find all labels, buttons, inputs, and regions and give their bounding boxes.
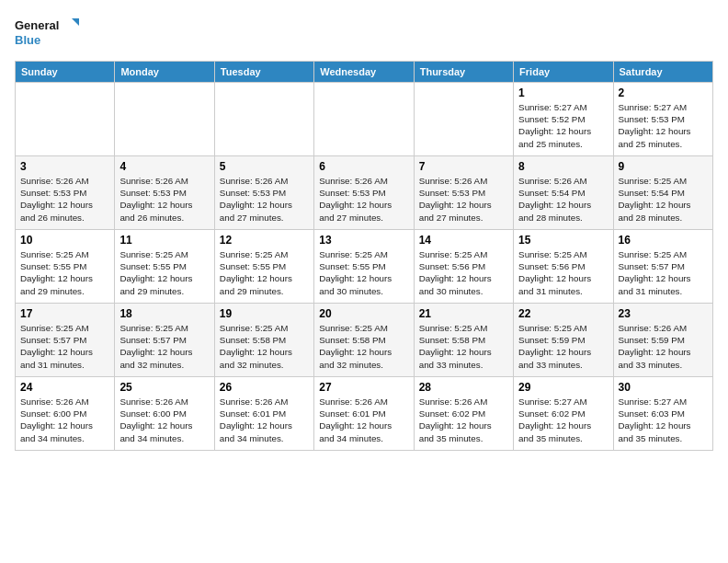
day-info: Sunrise: 5:25 AMSunset: 5:56 PMDaylight:…: [419, 248, 508, 297]
calendar-cell: 12Sunrise: 5:25 AMSunset: 5:55 PMDayligh…: [214, 230, 313, 304]
calendar-cell: 10Sunrise: 5:25 AMSunset: 5:55 PMDayligh…: [16, 230, 115, 304]
day-info: Sunrise: 5:26 AMSunset: 5:53 PMDaylight:…: [20, 175, 109, 224]
day-number: 9: [619, 160, 708, 173]
day-info: Sunrise: 5:26 AMSunset: 5:54 PMDaylight:…: [518, 175, 608, 224]
calendar-cell: 5Sunrise: 5:26 AMSunset: 5:53 PMDaylight…: [214, 156, 313, 230]
day-number: 8: [518, 160, 608, 173]
day-info: Sunrise: 5:27 AMSunset: 6:03 PMDaylight:…: [619, 396, 708, 444]
calendar-week-row: 1Sunrise: 5:27 AMSunset: 5:52 PMDaylight…: [16, 83, 713, 156]
day-number: 16: [619, 234, 708, 247]
day-number: 21: [419, 307, 508, 320]
day-info: Sunrise: 5:26 AMSunset: 6:02 PMDaylight:…: [419, 396, 508, 444]
day-number: 17: [20, 307, 109, 320]
day-info: Sunrise: 5:27 AMSunset: 6:02 PMDaylight:…: [518, 396, 608, 444]
day-number: 1: [518, 86, 608, 99]
day-info: Sunrise: 5:26 AMSunset: 6:01 PMDaylight:…: [319, 396, 408, 444]
calendar-cell: 8Sunrise: 5:26 AMSunset: 5:54 PMDaylight…: [514, 156, 613, 230]
day-info: Sunrise: 5:26 AMSunset: 5:53 PMDaylight:…: [319, 175, 408, 224]
calendar-week-row: 10Sunrise: 5:25 AMSunset: 5:55 PMDayligh…: [16, 230, 713, 304]
day-info: Sunrise: 5:25 AMSunset: 5:55 PMDaylight:…: [319, 248, 408, 297]
calendar-cell: 23Sunrise: 5:26 AMSunset: 5:59 PMDayligh…: [613, 304, 712, 377]
day-number: 13: [319, 234, 408, 247]
calendar-cell: 20Sunrise: 5:25 AMSunset: 5:58 PMDayligh…: [314, 304, 414, 377]
day-number: 23: [619, 307, 708, 320]
day-info: Sunrise: 5:25 AMSunset: 5:58 PMDaylight:…: [319, 322, 408, 371]
day-info: Sunrise: 5:25 AMSunset: 5:56 PMDaylight:…: [518, 248, 608, 297]
svg-text:Blue: Blue: [15, 33, 40, 47]
calendar-header-row: SundayMondayTuesdayWednesdayThursdayFrid…: [16, 62, 713, 83]
day-number: 28: [419, 381, 508, 394]
calendar-cell: 7Sunrise: 5:26 AMSunset: 5:53 PMDaylight…: [414, 156, 513, 230]
calendar-cell: [214, 83, 313, 156]
day-info: Sunrise: 5:26 AMSunset: 5:53 PMDaylight:…: [119, 175, 209, 224]
calendar-table: SundayMondayTuesdayWednesdayThursdayFrid…: [15, 61, 713, 451]
day-number: 18: [119, 307, 209, 320]
day-number: 30: [619, 381, 708, 394]
calendar-cell: 15Sunrise: 5:25 AMSunset: 5:56 PMDayligh…: [514, 230, 613, 304]
calendar-cell: 30Sunrise: 5:27 AMSunset: 6:03 PMDayligh…: [613, 377, 712, 451]
col-header-sunday: Sunday: [16, 62, 115, 83]
calendar-cell: 6Sunrise: 5:26 AMSunset: 5:53 PMDaylight…: [314, 156, 414, 230]
calendar-cell: 17Sunrise: 5:25 AMSunset: 5:57 PMDayligh…: [16, 304, 115, 377]
calendar-cell: 21Sunrise: 5:25 AMSunset: 5:58 PMDayligh…: [414, 304, 513, 377]
calendar-cell: 22Sunrise: 5:25 AMSunset: 5:59 PMDayligh…: [514, 304, 613, 377]
day-info: Sunrise: 5:27 AMSunset: 5:52 PMDaylight:…: [518, 101, 608, 150]
day-info: Sunrise: 5:26 AMSunset: 5:59 PMDaylight:…: [619, 322, 708, 371]
col-header-friday: Friday: [514, 62, 613, 83]
day-number: 10: [20, 234, 109, 247]
calendar-cell: [314, 83, 414, 156]
calendar-cell: 16Sunrise: 5:25 AMSunset: 5:57 PMDayligh…: [613, 230, 712, 304]
calendar-cell: 1Sunrise: 5:27 AMSunset: 5:52 PMDaylight…: [514, 83, 613, 156]
day-info: Sunrise: 5:25 AMSunset: 5:55 PMDaylight:…: [220, 248, 309, 297]
logo-svg: General Blue: [15, 15, 79, 50]
calendar-cell: 4Sunrise: 5:26 AMSunset: 5:53 PMDaylight…: [115, 156, 214, 230]
calendar-cell: [16, 83, 115, 156]
calendar-cell: 2Sunrise: 5:27 AMSunset: 5:53 PMDaylight…: [613, 83, 712, 156]
day-number: 24: [20, 381, 109, 394]
calendar-week-row: 17Sunrise: 5:25 AMSunset: 5:57 PMDayligh…: [16, 304, 713, 377]
day-number: 29: [518, 381, 608, 394]
day-number: 20: [319, 307, 408, 320]
day-number: 4: [119, 160, 209, 173]
calendar-cell: 11Sunrise: 5:25 AMSunset: 5:55 PMDayligh…: [115, 230, 214, 304]
day-info: Sunrise: 5:25 AMSunset: 5:55 PMDaylight:…: [20, 248, 109, 297]
calendar-cell: 3Sunrise: 5:26 AMSunset: 5:53 PMDaylight…: [16, 156, 115, 230]
svg-marker-2: [72, 18, 79, 26]
calendar-cell: 28Sunrise: 5:26 AMSunset: 6:02 PMDayligh…: [414, 377, 513, 451]
calendar-cell: [414, 83, 513, 156]
day-number: 12: [220, 234, 309, 247]
svg-text:General: General: [15, 18, 59, 32]
calendar-week-row: 3Sunrise: 5:26 AMSunset: 5:53 PMDaylight…: [16, 156, 713, 230]
day-info: Sunrise: 5:25 AMSunset: 5:55 PMDaylight:…: [119, 248, 209, 297]
day-info: Sunrise: 5:26 AMSunset: 6:00 PMDaylight:…: [119, 396, 209, 444]
page-header: General Blue: [15, 15, 713, 50]
calendar-cell: 26Sunrise: 5:26 AMSunset: 6:01 PMDayligh…: [214, 377, 313, 451]
day-number: 5: [220, 160, 309, 173]
day-number: 7: [419, 160, 508, 173]
calendar-cell: 29Sunrise: 5:27 AMSunset: 6:02 PMDayligh…: [514, 377, 613, 451]
calendar-cell: [115, 83, 214, 156]
calendar-cell: 19Sunrise: 5:25 AMSunset: 5:58 PMDayligh…: [214, 304, 313, 377]
calendar-cell: 25Sunrise: 5:26 AMSunset: 6:00 PMDayligh…: [115, 377, 214, 451]
col-header-monday: Monday: [115, 62, 214, 83]
day-number: 25: [119, 381, 209, 394]
day-info: Sunrise: 5:26 AMSunset: 5:53 PMDaylight:…: [419, 175, 508, 224]
calendar-cell: 27Sunrise: 5:26 AMSunset: 6:01 PMDayligh…: [314, 377, 414, 451]
day-info: Sunrise: 5:25 AMSunset: 5:57 PMDaylight:…: [20, 322, 109, 371]
day-number: 11: [119, 234, 209, 247]
day-number: 22: [518, 307, 608, 320]
day-info: Sunrise: 5:25 AMSunset: 5:58 PMDaylight:…: [419, 322, 508, 371]
day-number: 2: [619, 86, 708, 99]
day-info: Sunrise: 5:25 AMSunset: 5:58 PMDaylight:…: [220, 322, 309, 371]
col-header-thursday: Thursday: [414, 62, 513, 83]
calendar-cell: 13Sunrise: 5:25 AMSunset: 5:55 PMDayligh…: [314, 230, 414, 304]
logo: General Blue: [15, 15, 79, 50]
day-number: 15: [518, 234, 608, 247]
calendar-cell: 9Sunrise: 5:25 AMSunset: 5:54 PMDaylight…: [613, 156, 712, 230]
day-number: 3: [20, 160, 109, 173]
day-number: 19: [220, 307, 309, 320]
calendar-cell: 18Sunrise: 5:25 AMSunset: 5:57 PMDayligh…: [115, 304, 214, 377]
day-info: Sunrise: 5:25 AMSunset: 5:57 PMDaylight:…: [619, 248, 708, 297]
day-number: 26: [220, 381, 309, 394]
day-number: 14: [419, 234, 508, 247]
